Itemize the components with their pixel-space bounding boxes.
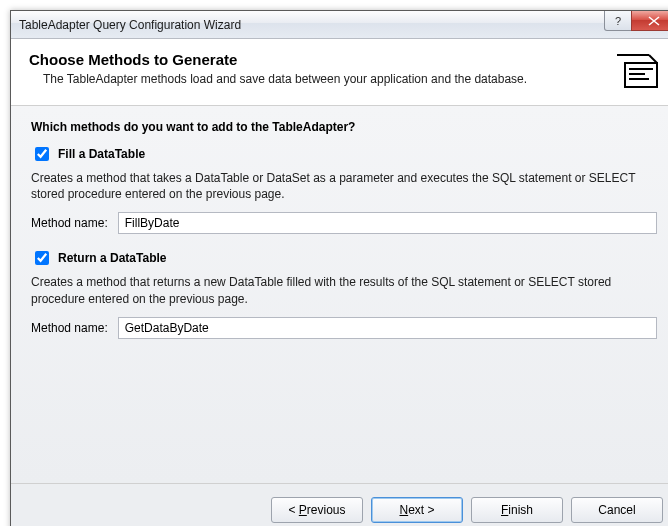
cancel-button[interactable]: Cancel bbox=[571, 497, 663, 523]
return-method-row: Method name: bbox=[31, 317, 657, 339]
wizard-body: Which methods do you want to add to the … bbox=[11, 106, 668, 483]
header-subtitle: The TableAdapter methods load and save d… bbox=[43, 72, 599, 86]
wizard-window: TableAdapter Query Configuration Wizard … bbox=[10, 10, 668, 526]
fill-datatable-option: Fill a DataTable bbox=[31, 144, 657, 164]
header-title: Choose Methods to Generate bbox=[29, 51, 599, 68]
fill-label: Fill a DataTable bbox=[58, 147, 145, 161]
help-icon: ? bbox=[615, 15, 621, 27]
fill-checkbox[interactable] bbox=[35, 147, 49, 161]
previous-button[interactable]: < Previous bbox=[271, 497, 363, 523]
fill-method-row: Method name: bbox=[31, 212, 657, 234]
fill-method-label: Method name: bbox=[31, 216, 108, 230]
header-text: Choose Methods to Generate The TableAdap… bbox=[29, 49, 599, 86]
return-datatable-option: Return a DataTable bbox=[31, 248, 657, 268]
close-icon bbox=[648, 16, 660, 26]
body-prompt: Which methods do you want to add to the … bbox=[31, 120, 657, 134]
close-button[interactable] bbox=[631, 11, 668, 31]
next-button[interactable]: Next > bbox=[371, 497, 463, 523]
wizard-header: Choose Methods to Generate The TableAdap… bbox=[11, 39, 668, 106]
titlebar: TableAdapter Query Configuration Wizard … bbox=[11, 11, 668, 39]
wizard-footer: < Previous Next > Finish Cancel bbox=[11, 483, 668, 526]
finish-button[interactable]: Finish bbox=[471, 497, 563, 523]
wizard-header-icon bbox=[611, 51, 659, 91]
fill-description: Creates a method that takes a DataTable … bbox=[31, 170, 657, 202]
return-method-label: Method name: bbox=[31, 321, 108, 335]
window-title: TableAdapter Query Configuration Wizard bbox=[19, 18, 241, 32]
fill-method-input[interactable] bbox=[118, 212, 657, 234]
help-button[interactable]: ? bbox=[604, 11, 632, 31]
titlebar-controls: ? bbox=[605, 11, 668, 31]
return-label: Return a DataTable bbox=[58, 251, 166, 265]
return-checkbox[interactable] bbox=[35, 251, 49, 265]
return-description: Creates a method that returns a new Data… bbox=[31, 274, 657, 306]
return-method-input[interactable] bbox=[118, 317, 657, 339]
